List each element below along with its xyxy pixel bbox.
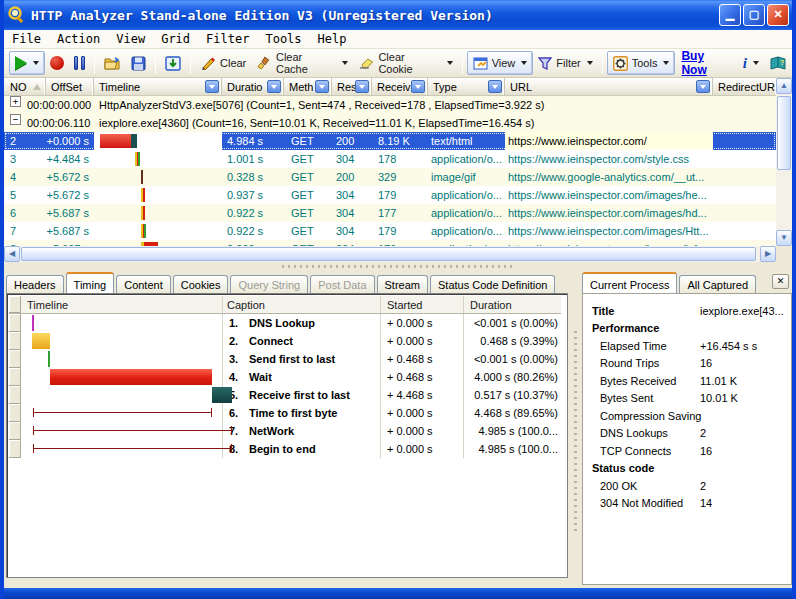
column-filter-dropdown[interactable] (411, 80, 425, 93)
minimize-button[interactable]: ▁ (719, 4, 741, 26)
receive-bar (212, 387, 232, 403)
buy-now-link[interactable]: Buy Now (675, 49, 737, 77)
timing-row-begin-to-end[interactable]: 8.Begin to end + 0.000 s 4.985 s (100.0.… (9, 440, 561, 458)
timing-duration: 4.985 s (100.0... (464, 440, 561, 458)
timing-row-time-to-first-byte[interactable]: 6.Time to first byte + 0.000 s 4.468 s (… (9, 404, 561, 422)
save-button[interactable] (126, 51, 151, 75)
timeline-tick (141, 170, 143, 184)
tab-content[interactable]: Content (116, 275, 171, 293)
clear-button[interactable]: Clear (195, 51, 251, 75)
column-filter-dropdown[interactable] (696, 80, 710, 93)
timing-row-connect[interactable]: 2.Connect + 0.000 s 0.468 s (9.39%) (9, 332, 561, 350)
column-filter-dropdown[interactable] (315, 80, 329, 93)
vertical-scrollbar[interactable]: ▲ ▼ (776, 78, 792, 246)
column-timeline[interactable]: Timeline (94, 78, 222, 95)
group-row-iexplore[interactable]: −00:00:06.110iexplore.exe[4360] (Count=1… (4, 114, 776, 132)
clear-cookie-button[interactable]: Clear Cookie (353, 51, 458, 75)
cell-no: 5 (4, 186, 46, 204)
collapse-icon[interactable]: − (10, 114, 21, 125)
scroll-up-button[interactable]: ▲ (776, 78, 792, 94)
table-row[interactable]: 6 +5.687 s 0.922 s GET 304 177 applicati… (4, 204, 776, 222)
cell-received: 179 (372, 186, 428, 204)
vertical-splitter[interactable] (570, 271, 582, 588)
tab-current-process[interactable]: Current Process (582, 272, 677, 293)
tab-timing[interactable]: Timing (66, 272, 115, 293)
column-type[interactable]: Type (428, 78, 505, 95)
cell-redirect (713, 168, 776, 186)
menu-help[interactable]: Help (310, 31, 355, 47)
scroll-left-button[interactable]: ◀ (4, 246, 20, 262)
timing-caption: 7.NetWork (223, 422, 381, 440)
tools-button[interactable]: Tools (607, 51, 676, 75)
menu-filter[interactable]: Filter (198, 31, 257, 47)
horizontal-scroll-thumb[interactable] (21, 247, 756, 261)
cell-type: application/o... (428, 150, 505, 168)
column-filter-dropdown[interactable] (267, 80, 281, 93)
column-filter-dropdown[interactable] (488, 80, 502, 93)
start-capture-button[interactable] (9, 51, 45, 75)
wait-bar (50, 369, 212, 385)
timing-col-started[interactable]: Started (381, 296, 464, 313)
timing-started: + 0.000 s (381, 440, 464, 458)
timing-row-receive-first-to-last[interactable]: 5.Receive first to last + 4.468 s 0.517 … (9, 386, 561, 404)
timing-row-network[interactable]: 7.NetWork + 0.000 s 4.985 s (100.0... (9, 422, 561, 440)
table-row[interactable]: 3 +4.484 s 1.001 s GET 304 178 applicati… (4, 150, 776, 168)
column-no[interactable]: NO (4, 78, 46, 95)
panel-close-button[interactable]: ✕ (772, 274, 789, 289)
pause-capture-button[interactable] (69, 51, 90, 75)
toolbar-separator (190, 52, 191, 74)
column-result[interactable]: Res (332, 78, 372, 95)
timing-col-caption[interactable]: Caption (223, 296, 381, 313)
tab-cookies[interactable]: Cookies (173, 275, 229, 293)
column-received[interactable]: Receiv (372, 78, 428, 95)
tab-all-captured[interactable]: All Captured (679, 275, 756, 293)
menu-grid[interactable]: Grid (153, 31, 198, 47)
horizontal-scrollbar[interactable]: ◀ ▶ (4, 246, 776, 262)
column-offset-label: OffSet (51, 81, 82, 93)
horizontal-splitter[interactable] (4, 262, 792, 271)
column-filter-dropdown[interactable] (355, 80, 369, 93)
info-button[interactable]: i (738, 51, 764, 75)
timing-duration: 4.468 s (89.65%) (464, 404, 561, 422)
open-button[interactable] (99, 51, 126, 75)
clear-cache-button[interactable]: Clear Cache (251, 51, 352, 75)
scroll-right-button[interactable]: ▶ (760, 246, 776, 262)
vertical-scroll-thumb[interactable] (777, 96, 791, 170)
stop-capture-button[interactable] (45, 51, 69, 75)
menu-action[interactable]: Action (49, 31, 108, 47)
tab-stream[interactable]: Stream (377, 275, 428, 293)
maximize-button[interactable]: ▢ (743, 4, 765, 26)
cell-type: application/o... (428, 186, 505, 204)
table-row-selected[interactable]: 2 +0.000 s 4.984 s GET 200 8.19 K text/h… (4, 132, 776, 150)
menu-view[interactable]: View (108, 31, 153, 47)
column-duration[interactable]: Duratio (222, 78, 284, 95)
help-button[interactable]: ? (764, 51, 792, 75)
table-row[interactable]: 5 +5.672 s 0.937 s GET 304 179 applicati… (4, 186, 776, 204)
expand-icon[interactable]: + (10, 96, 21, 107)
title-bar[interactable]: HTTP Analyzer Stand-alone Edition V3 (Un… (0, 0, 796, 30)
timing-col-timeline[interactable]: Timeline (21, 296, 223, 313)
column-redirect-url[interactable]: RedirectUR (713, 78, 776, 95)
timing-started: + 0.468 s (381, 350, 464, 368)
filter-button[interactable]: Filter (533, 51, 597, 75)
timing-row-dns-lookup[interactable]: 1.DNS Lookup + 0.000 s <0.001 s (0.00%) (9, 314, 561, 332)
tab-status-code-definition[interactable]: Status Code Definition (430, 275, 555, 293)
timing-row-send-first-to-last[interactable]: 3.Send first to last + 0.468 s <0.001 s … (9, 350, 561, 368)
timing-timeline-cell (21, 314, 223, 332)
view-button[interactable]: View (467, 51, 534, 75)
menu-tools[interactable]: Tools (257, 31, 309, 47)
export-button[interactable] (160, 51, 186, 75)
table-row[interactable]: 4 +5.672 s 0.328 s GET 200 329 image/gif… (4, 168, 776, 186)
tab-headers[interactable]: Headers (6, 275, 64, 293)
timing-col-duration[interactable]: Duration (464, 296, 561, 313)
table-row[interactable]: 7 +5.687 s 0.922 s GET 304 179 applicati… (4, 222, 776, 240)
column-url[interactable]: URL (505, 78, 713, 95)
column-method[interactable]: Meth (284, 78, 332, 95)
close-button[interactable]: ✕ (767, 4, 789, 26)
menu-file[interactable]: File (4, 31, 49, 47)
timing-row-wait[interactable]: 4.Wait + 0.468 s 4.000 s (80.26%) (9, 368, 561, 386)
column-filter-dropdown[interactable] (205, 80, 219, 93)
scroll-down-button[interactable]: ▼ (776, 230, 792, 246)
group-row-httpanalyzer[interactable]: +00:00:00.000HttpAnalyzerStdV3.exe[5076]… (4, 96, 776, 114)
column-offset[interactable]: OffSet (46, 78, 94, 95)
